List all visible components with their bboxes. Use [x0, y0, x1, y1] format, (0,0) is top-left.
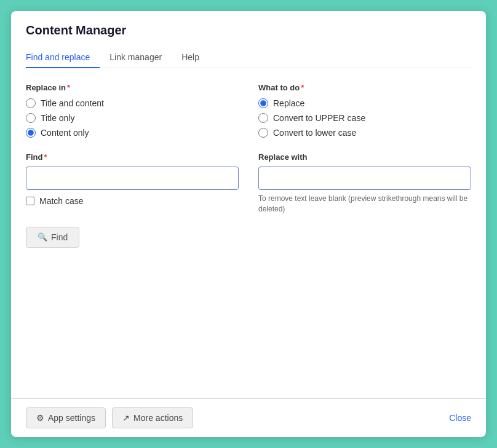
replace-in-label: Replace in*: [26, 83, 239, 92]
replace-in-title-content-radio[interactable]: [26, 98, 36, 108]
replace-with-label: Replace with: [258, 152, 471, 162]
replace-in-title-only-radio[interactable]: [26, 113, 36, 123]
find-field-col: Find* Match case: [26, 152, 239, 214]
find-button[interactable]: 🔍 Find: [26, 227, 79, 248]
match-case-label[interactable]: Match case: [39, 196, 84, 206]
find-search-icon: 🔍: [38, 232, 47, 242]
tab-help[interactable]: Help: [172, 47, 209, 68]
replace-with-input[interactable]: [258, 167, 471, 190]
replace-in-col: Replace in* Title and content Title only…: [26, 83, 239, 138]
replace-in-title-only[interactable]: Title only: [26, 113, 239, 123]
tab-find-replace[interactable]: Find and replace: [26, 47, 100, 68]
what-to-do-col: What to do* Replace Convert to UPPER cas…: [258, 83, 471, 138]
what-to-do-upper[interactable]: Convert to UPPER case: [258, 113, 471, 123]
what-to-do-required: *: [301, 83, 304, 92]
replace-in-options: Title and content Title only Content onl…: [26, 98, 239, 138]
gear-icon: ⚙: [36, 413, 44, 423]
what-to-do-lower[interactable]: Convert to lower case: [258, 128, 471, 138]
tab-bar: Find and replace Link manager Help: [26, 47, 471, 68]
tab-link-manager[interactable]: Link manager: [100, 47, 172, 68]
replace-in-content-only-radio[interactable]: [26, 128, 36, 138]
footer-left-actions: ⚙ App settings ↗ More actions: [26, 407, 193, 428]
replace-in-title-content[interactable]: Title and content: [26, 98, 239, 108]
dialog-footer: ⚙ App settings ↗ More actions Close: [11, 398, 486, 437]
more-actions-button[interactable]: ↗ More actions: [112, 407, 193, 428]
dialog-title: Content Manager: [26, 23, 471, 37]
what-to-do-lower-radio[interactable]: [258, 128, 268, 138]
find-required: *: [44, 152, 47, 162]
replace-in-content-only[interactable]: Content only: [26, 128, 239, 138]
what-to-do-replace-radio[interactable]: [258, 98, 268, 108]
what-to-do-options: Replace Convert to UPPER case Convert to…: [258, 98, 471, 138]
find-input[interactable]: [26, 167, 239, 190]
replace-with-field-col: Replace with To remove text leave blank …: [258, 152, 471, 214]
match-case-checkbox[interactable]: [26, 197, 34, 205]
options-section: Replace in* Title and content Title only…: [26, 83, 471, 138]
dialog-body: Content Manager Find and replace Link ma…: [11, 11, 486, 398]
match-case-row: Match case: [26, 196, 239, 206]
app-settings-button[interactable]: ⚙ App settings: [26, 407, 106, 428]
replace-with-hint: To remove text leave blank (preview stri…: [258, 194, 471, 214]
what-to-do-upper-radio[interactable]: [258, 113, 268, 123]
find-replace-row: Find* Match case Replace with To remove …: [26, 152, 471, 214]
replace-in-required: *: [67, 83, 70, 92]
what-to-do-label: What to do*: [258, 83, 471, 92]
close-button[interactable]: Close: [449, 413, 471, 423]
content-manager-dialog: Content Manager Find and replace Link ma…: [11, 11, 486, 437]
what-to-do-replace[interactable]: Replace: [258, 98, 471, 108]
find-label: Find*: [26, 152, 239, 162]
arrow-icon: ↗: [122, 413, 130, 423]
